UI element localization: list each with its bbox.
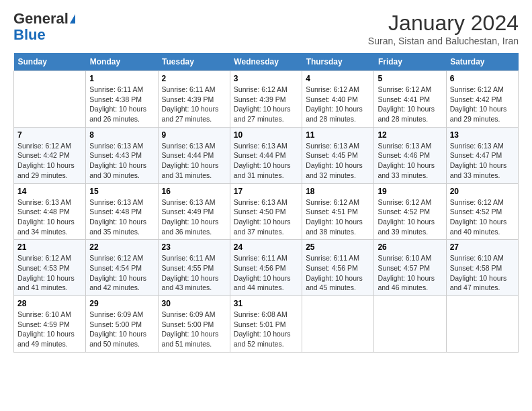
day-number: 22 [89, 242, 154, 252]
calendar-header: SundayMondayTuesdayWednesdayThursdayFrid… [14, 53, 519, 71]
day-info: Sunrise: 6:09 AMSunset: 5:00 PMDaylight:… [162, 310, 219, 348]
calendar-day-cell: 20 Sunrise: 6:12 AMSunset: 4:52 PMDaylig… [446, 183, 518, 240]
calendar-day-cell [374, 296, 446, 353]
weekday-header: Tuesday [158, 53, 230, 71]
day-number: 8 [89, 130, 154, 140]
day-info: Sunrise: 6:13 AMSunset: 4:44 PMDaylight:… [162, 142, 219, 179]
day-number: 9 [162, 130, 226, 140]
title-area: January 2024 Suran, Sistan and Baluchest… [368, 11, 519, 46]
day-info: Sunrise: 6:13 AMSunset: 4:46 PMDaylight:… [378, 142, 435, 179]
page-subtitle: Suran, Sistan and Baluchestan, Iran [368, 36, 519, 46]
weekday-header: Wednesday [230, 53, 302, 71]
calendar-day-cell: 31 Sunrise: 6:08 AMSunset: 5:01 PMDaylig… [230, 296, 302, 353]
calendar-day-cell: 25 Sunrise: 6:11 AMSunset: 4:56 PMDaylig… [302, 240, 374, 296]
logo: General Blue [13, 11, 75, 43]
day-number: 15 [89, 187, 154, 196]
day-number: 28 [17, 299, 82, 308]
day-number: 19 [378, 187, 442, 196]
day-info: Sunrise: 6:12 AMSunset: 4:39 PMDaylight:… [234, 85, 291, 123]
day-info: Sunrise: 6:13 AMSunset: 4:48 PMDaylight:… [17, 198, 75, 236]
calendar-day-cell [14, 71, 86, 128]
day-info: Sunrise: 6:12 AMSunset: 4:42 PMDaylight:… [17, 142, 75, 179]
weekday-header: Thursday [302, 53, 374, 71]
calendar-day-cell: 30 Sunrise: 6:09 AMSunset: 5:00 PMDaylig… [158, 296, 230, 353]
calendar-week-row: 1 Sunrise: 6:11 AMSunset: 4:38 PMDayligh… [14, 71, 519, 128]
calendar-day-cell: 16 Sunrise: 6:13 AMSunset: 4:49 PMDaylig… [158, 183, 230, 240]
day-info: Sunrise: 6:13 AMSunset: 4:49 PMDaylight:… [162, 198, 219, 236]
day-info: Sunrise: 6:13 AMSunset: 4:47 PMDaylight:… [450, 142, 507, 179]
day-number: 13 [450, 130, 515, 140]
day-info: Sunrise: 6:11 AMSunset: 4:38 PMDaylight:… [89, 85, 146, 123]
day-info: Sunrise: 6:12 AMSunset: 4:53 PMDaylight:… [17, 254, 75, 291]
day-info: Sunrise: 6:13 AMSunset: 4:44 PMDaylight:… [234, 142, 291, 179]
calendar-day-cell: 12 Sunrise: 6:13 AMSunset: 4:46 PMDaylig… [374, 127, 446, 183]
day-number: 10 [234, 130, 298, 140]
calendar-day-cell: 23 Sunrise: 6:11 AMSunset: 4:55 PMDaylig… [158, 240, 230, 296]
day-info: Sunrise: 6:11 AMSunset: 4:56 PMDaylight:… [234, 254, 291, 291]
calendar-day-cell: 2 Sunrise: 6:11 AMSunset: 4:39 PMDayligh… [158, 71, 230, 128]
day-number: 27 [450, 242, 515, 252]
calendar-day-cell: 15 Sunrise: 6:13 AMSunset: 4:48 PMDaylig… [86, 183, 158, 240]
calendar-week-row: 21 Sunrise: 6:12 AMSunset: 4:53 PMDaylig… [14, 240, 519, 296]
day-info: Sunrise: 6:13 AMSunset: 4:48 PMDaylight:… [89, 198, 146, 236]
day-number: 21 [17, 242, 82, 252]
weekday-header: Saturday [446, 53, 518, 71]
calendar-day-cell: 7 Sunrise: 6:12 AMSunset: 4:42 PMDayligh… [14, 127, 86, 183]
day-info: Sunrise: 6:10 AMSunset: 4:59 PMDaylight:… [17, 310, 75, 348]
calendar-day-cell [302, 296, 374, 353]
calendar-day-cell: 24 Sunrise: 6:11 AMSunset: 4:56 PMDaylig… [230, 240, 302, 296]
day-info: Sunrise: 6:11 AMSunset: 4:55 PMDaylight:… [162, 254, 219, 291]
weekday-row: SundayMondayTuesdayWednesdayThursdayFrid… [14, 53, 519, 71]
day-number: 29 [89, 299, 154, 308]
day-info: Sunrise: 6:08 AMSunset: 5:01 PMDaylight:… [234, 310, 291, 348]
day-info: Sunrise: 6:12 AMSunset: 4:42 PMDaylight:… [450, 85, 507, 123]
calendar-week-row: 14 Sunrise: 6:13 AMSunset: 4:48 PMDaylig… [14, 183, 519, 240]
day-info: Sunrise: 6:12 AMSunset: 4:52 PMDaylight:… [450, 198, 507, 236]
calendar-day-cell: 1 Sunrise: 6:11 AMSunset: 4:38 PMDayligh… [86, 71, 158, 128]
day-number: 2 [162, 74, 226, 83]
day-info: Sunrise: 6:12 AMSunset: 4:51 PMDaylight:… [306, 198, 363, 236]
day-info: Sunrise: 6:10 AMSunset: 4:58 PMDaylight:… [450, 254, 507, 291]
calendar-day-cell: 4 Sunrise: 6:12 AMSunset: 4:40 PMDayligh… [302, 71, 374, 128]
day-number: 20 [450, 187, 515, 196]
day-info: Sunrise: 6:11 AMSunset: 4:39 PMDaylight:… [162, 85, 219, 123]
day-info: Sunrise: 6:11 AMSunset: 4:56 PMDaylight:… [306, 254, 363, 291]
day-info: Sunrise: 6:12 AMSunset: 4:52 PMDaylight:… [378, 198, 435, 236]
calendar-day-cell [446, 296, 518, 353]
calendar-day-cell: 3 Sunrise: 6:12 AMSunset: 4:39 PMDayligh… [230, 71, 302, 128]
calendar-day-cell: 5 Sunrise: 6:12 AMSunset: 4:41 PMDayligh… [374, 71, 446, 128]
weekday-header: Sunday [14, 53, 86, 71]
day-number: 5 [378, 74, 442, 83]
calendar-table: SundayMondayTuesdayWednesdayThursdayFrid… [13, 53, 519, 353]
calendar-day-cell: 26 Sunrise: 6:10 AMSunset: 4:57 PMDaylig… [374, 240, 446, 296]
calendar-day-cell: 21 Sunrise: 6:12 AMSunset: 4:53 PMDaylig… [14, 240, 86, 296]
calendar-day-cell: 14 Sunrise: 6:13 AMSunset: 4:48 PMDaylig… [14, 183, 86, 240]
calendar-day-cell: 13 Sunrise: 6:13 AMSunset: 4:47 PMDaylig… [446, 127, 518, 183]
calendar-week-row: 28 Sunrise: 6:10 AMSunset: 4:59 PMDaylig… [14, 296, 519, 353]
calendar-day-cell: 9 Sunrise: 6:13 AMSunset: 4:44 PMDayligh… [158, 127, 230, 183]
calendar-day-cell: 17 Sunrise: 6:13 AMSunset: 4:50 PMDaylig… [230, 183, 302, 240]
day-number: 31 [234, 299, 298, 308]
calendar-week-row: 7 Sunrise: 6:12 AMSunset: 4:42 PMDayligh… [14, 127, 519, 183]
day-number: 17 [234, 187, 298, 196]
day-info: Sunrise: 6:10 AMSunset: 4:57 PMDaylight:… [378, 254, 435, 291]
calendar-day-cell: 11 Sunrise: 6:13 AMSunset: 4:45 PMDaylig… [302, 127, 374, 183]
day-info: Sunrise: 6:13 AMSunset: 4:50 PMDaylight:… [234, 198, 291, 236]
calendar-day-cell: 6 Sunrise: 6:12 AMSunset: 4:42 PMDayligh… [446, 71, 518, 128]
header: General Blue January 2024 Suran, Sistan … [13, 11, 519, 46]
calendar-day-cell: 22 Sunrise: 6:12 AMSunset: 4:54 PMDaylig… [86, 240, 158, 296]
calendar-day-cell: 28 Sunrise: 6:10 AMSunset: 4:59 PMDaylig… [14, 296, 86, 353]
logo-general-text: General [13, 11, 69, 27]
logo-triangle-icon [70, 14, 75, 24]
day-number: 6 [450, 74, 515, 83]
day-number: 25 [306, 242, 370, 252]
page-title: January 2024 [368, 11, 519, 36]
day-number: 26 [378, 242, 442, 252]
day-number: 11 [306, 130, 370, 140]
day-number: 18 [306, 187, 370, 196]
calendar-day-cell: 19 Sunrise: 6:12 AMSunset: 4:52 PMDaylig… [374, 183, 446, 240]
day-number: 14 [17, 187, 82, 196]
day-info: Sunrise: 6:13 AMSunset: 4:45 PMDaylight:… [306, 142, 363, 179]
day-number: 23 [162, 242, 226, 252]
day-info: Sunrise: 6:12 AMSunset: 4:40 PMDaylight:… [306, 85, 363, 123]
